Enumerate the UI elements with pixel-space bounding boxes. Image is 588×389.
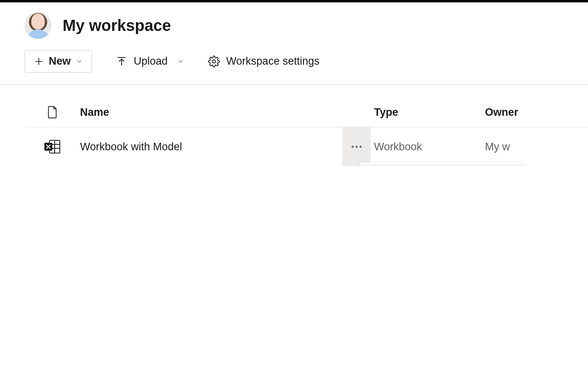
workspace-settings-label: Workspace settings — [226, 55, 319, 67]
excel-workbook-icon — [25, 139, 80, 155]
column-header-type[interactable]: Type — [374, 106, 485, 119]
more-options-button[interactable] — [342, 127, 371, 166]
svg-point-12 — [359, 146, 361, 148]
menu-item-refresh-now[interactable]: Refresh now — [360, 164, 525, 166]
item-owner: My w — [485, 141, 588, 153]
item-name[interactable]: Workbook with Model — [80, 141, 342, 153]
table-row[interactable]: Workbook with Model Workbook My w — [25, 127, 588, 166]
content-area: Name Type Owner Workbook with Model Work… — [0, 85, 588, 166]
file-header-icon — [25, 105, 80, 119]
toolbar: New Upload Workspace settings — [0, 50, 588, 85]
new-button[interactable]: New — [25, 50, 92, 73]
upload-button[interactable]: Upload — [116, 55, 185, 67]
chevron-down-icon — [76, 58, 83, 65]
column-header-name[interactable]: Name — [80, 106, 342, 119]
table-header: Name Type Owner — [25, 85, 588, 127]
new-button-label: New — [49, 55, 71, 67]
item-type: Workbook — [374, 141, 485, 153]
svg-point-10 — [351, 146, 353, 148]
column-header-owner[interactable]: Owner — [485, 106, 588, 119]
avatar[interactable] — [25, 12, 52, 39]
gear-icon — [208, 56, 220, 67]
plus-icon — [34, 56, 44, 67]
svg-point-11 — [355, 146, 357, 148]
context-menu: Refresh now Replace file Settings Delete… — [360, 163, 525, 166]
more-icon — [351, 146, 362, 148]
chevron-down-icon — [177, 58, 184, 65]
upload-icon — [116, 56, 128, 67]
upload-label: Upload — [134, 55, 168, 67]
svg-point-4 — [212, 60, 216, 63]
page-title: My workspace — [63, 17, 171, 34]
workspace-header: My workspace — [0, 2, 588, 50]
workspace-settings-button[interactable]: Workspace settings — [208, 55, 319, 67]
